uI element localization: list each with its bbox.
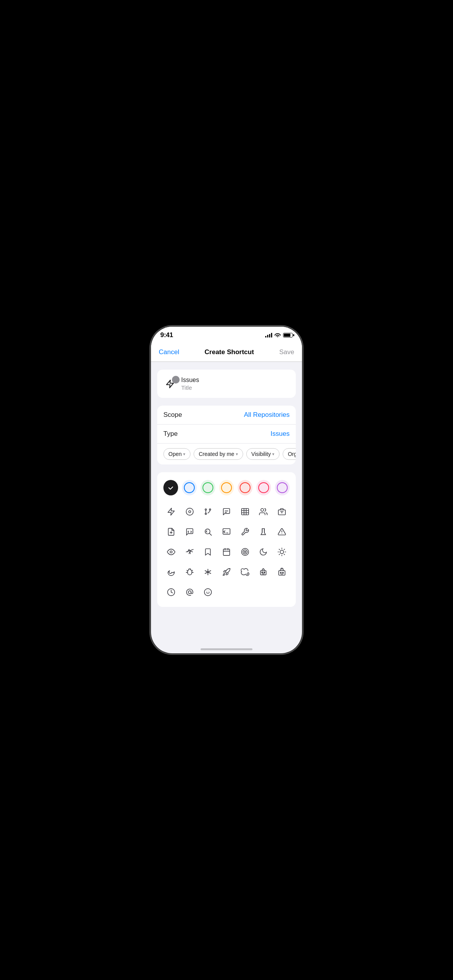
- filter-chip-visibility[interactable]: Visibility ▾: [246, 448, 280, 460]
- zap-icon[interactable]: [163, 505, 179, 519]
- mention-icon[interactable]: [182, 585, 197, 599]
- content-area: Issues Title Scope All Repositories Type…: [151, 362, 302, 637]
- team-icon[interactable]: [256, 505, 271, 519]
- rocket-icon[interactable]: [219, 565, 234, 579]
- telescope-icon[interactable]: [182, 545, 197, 559]
- page-title: Create Shortcut: [204, 348, 254, 356]
- phone-frame: 9:41 Cancel Create Shortcut Save: [151, 327, 302, 653]
- calendar-icon[interactable]: [219, 545, 234, 559]
- color-swatch-black[interactable]: [163, 480, 178, 495]
- code-review-icon[interactable]: [182, 525, 197, 539]
- svg-point-3: [189, 511, 191, 513]
- clock-icon[interactable]: [163, 585, 179, 599]
- chevron-down-icon: ▾: [183, 452, 185, 457]
- scope-row[interactable]: Scope All Repositories: [157, 406, 296, 425]
- icons-grid: [163, 505, 290, 599]
- bookmark-icon[interactable]: [200, 545, 216, 559]
- svg-line-20: [190, 551, 192, 552]
- save-button[interactable]: Save: [279, 348, 294, 356]
- filter-chip-created-by-me-label: Created by me: [199, 451, 234, 457]
- chevron-down-icon: ▾: [272, 452, 275, 457]
- filter-chip-visibility-label: Visibility: [251, 451, 271, 457]
- target-icon[interactable]: [237, 545, 253, 559]
- type-value: Issues: [271, 430, 290, 438]
- hubot-icon[interactable]: [256, 565, 271, 579]
- shortcut-type-label: Issues: [181, 377, 199, 384]
- color-row: [163, 480, 290, 495]
- settings-card: Scope All Repositories Type Issues Open …: [157, 406, 296, 464]
- svg-line-13: [209, 533, 211, 535]
- color-swatch-orange[interactable]: [219, 480, 234, 495]
- scope-value: All Repositories: [244, 411, 290, 419]
- filter-chip-organ-label: Organ: [288, 451, 296, 457]
- nav-bar: Cancel Create Shortcut Save: [151, 344, 302, 362]
- filter-chip-created-by-me[interactable]: Created by me ▾: [194, 448, 243, 460]
- flame-icon[interactable]: [163, 565, 179, 579]
- code-search-icon[interactable]: [200, 525, 216, 539]
- title-card: Issues Title: [157, 370, 296, 398]
- color-swatch-purple[interactable]: [275, 480, 290, 495]
- title-placeholder: Title: [181, 384, 199, 391]
- svg-rect-43: [261, 571, 266, 575]
- svg-line-38: [284, 549, 285, 550]
- home-indicator: [201, 648, 252, 650]
- filter-chip-open[interactable]: Open ▾: [163, 448, 190, 460]
- svg-marker-1: [168, 508, 175, 515]
- svg-point-27: [242, 548, 249, 555]
- svg-point-51: [188, 591, 191, 593]
- icon-picker-card: [157, 472, 296, 607]
- color-swatch-green[interactable]: [201, 480, 215, 495]
- svg-rect-7: [242, 509, 249, 515]
- color-dot: [172, 376, 180, 384]
- eye-icon[interactable]: [163, 545, 179, 559]
- status-time: 9:41: [160, 331, 173, 339]
- title-text-area: Issues Title: [181, 377, 199, 391]
- sun-icon[interactable]: [274, 545, 290, 559]
- lab-icon[interactable]: [256, 525, 271, 539]
- signal-bars-icon: [265, 333, 272, 338]
- scope-label: Scope: [163, 411, 182, 419]
- filter-chip-organ[interactable]: Organ ▾: [283, 448, 296, 460]
- svg-point-2: [186, 508, 193, 515]
- svg-point-18: [170, 551, 172, 553]
- type-row[interactable]: Type Issues: [157, 425, 296, 444]
- battery-icon: [283, 333, 293, 338]
- cancel-button[interactable]: Cancel: [159, 348, 179, 356]
- asterisk-icon[interactable]: [200, 565, 216, 579]
- wrench-icon[interactable]: [237, 525, 253, 539]
- status-bar: 9:41: [151, 327, 302, 344]
- filter-chip-open-label: Open: [168, 451, 182, 457]
- svg-point-52: [204, 589, 211, 596]
- squirrel-icon[interactable]: [237, 565, 253, 579]
- smiley-icon[interactable]: [200, 585, 216, 599]
- svg-point-49: [283, 572, 284, 573]
- svg-point-28: [243, 550, 247, 554]
- status-icons: [265, 332, 293, 338]
- svg-point-29: [244, 551, 246, 553]
- svg-line-33: [279, 549, 280, 550]
- wifi-icon: [275, 332, 281, 338]
- filter-chips-row: Open ▾ Created by me ▾ Visibility ▾ Orga…: [157, 444, 296, 464]
- color-swatch-pink[interactable]: [256, 480, 271, 495]
- warning-icon[interactable]: [274, 525, 290, 539]
- moon-icon[interactable]: [256, 545, 271, 559]
- discussion-icon[interactable]: [219, 505, 234, 519]
- color-swatch-pink-red[interactable]: [238, 480, 252, 495]
- color-swatch-blue[interactable]: [182, 480, 197, 495]
- svg-point-8: [261, 509, 264, 511]
- pull-request-icon[interactable]: [200, 505, 216, 519]
- project-icon[interactable]: [237, 505, 253, 519]
- file-plus-icon[interactable]: [163, 525, 179, 539]
- terminal-icon[interactable]: [219, 525, 234, 539]
- issue-open-icon[interactable]: [182, 505, 197, 519]
- svg-point-30: [280, 550, 284, 553]
- svg-point-44: [262, 572, 263, 573]
- bug-icon[interactable]: [182, 565, 197, 579]
- svg-rect-23: [223, 549, 230, 556]
- chevron-down-icon: ▾: [236, 452, 238, 457]
- dependabot-icon[interactable]: [274, 565, 290, 579]
- svg-point-42: [247, 574, 248, 574]
- type-label: Type: [163, 430, 178, 438]
- svg-rect-46: [279, 571, 285, 575]
- briefcase-icon[interactable]: [274, 505, 290, 519]
